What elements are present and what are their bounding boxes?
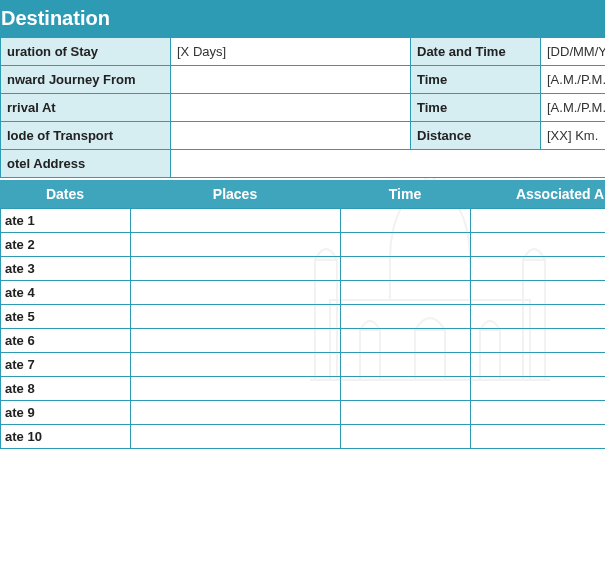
duration-label: uration of Stay xyxy=(1,38,171,66)
schedule-row: ate 6 xyxy=(1,329,606,353)
onward-label: nward Journey From xyxy=(1,66,171,94)
arrival-value xyxy=(171,94,411,122)
schedule-activity-cell xyxy=(471,257,606,281)
schedule-activity-cell xyxy=(471,377,606,401)
schedule-places-cell xyxy=(131,305,341,329)
info-row: nward Journey From Time [A.M./P.M.] xyxy=(1,66,606,94)
schedule-time-cell xyxy=(341,425,471,449)
schedule-row: ate 8 xyxy=(1,377,606,401)
schedule-header-places: Places xyxy=(130,180,340,208)
distance-label: Distance xyxy=(411,122,541,150)
distance-value: [XX] Km. xyxy=(541,122,606,150)
schedule-places-cell xyxy=(131,425,341,449)
onward-value xyxy=(171,66,411,94)
schedule-date-cell: ate 3 xyxy=(1,257,131,281)
schedule-activity-cell xyxy=(471,329,606,353)
schedule-places-cell xyxy=(131,353,341,377)
schedule-time-cell xyxy=(341,329,471,353)
schedule-date-cell: ate 4 xyxy=(1,281,131,305)
schedule-places-cell xyxy=(131,257,341,281)
arrival-label: rrival At xyxy=(1,94,171,122)
transport-value xyxy=(171,122,411,150)
schedule-header-activities: Associated A xyxy=(470,180,605,208)
schedule-date-cell: ate 2 xyxy=(1,233,131,257)
schedule-time-cell xyxy=(341,401,471,425)
schedule-places-cell xyxy=(131,281,341,305)
onward-time-value: [A.M./P.M.] xyxy=(541,66,606,94)
schedule-time-cell xyxy=(341,353,471,377)
schedule-row: ate 2 xyxy=(1,233,606,257)
info-row: uration of Stay [X Days] Date and Time [… xyxy=(1,38,606,66)
schedule-header-time: Time xyxy=(340,180,470,208)
schedule-date-cell: ate 7 xyxy=(1,353,131,377)
schedule-places-cell xyxy=(131,329,341,353)
schedule-time-cell xyxy=(341,305,471,329)
schedule-time-cell xyxy=(341,281,471,305)
schedule-places-cell xyxy=(131,209,341,233)
schedule-row: ate 10 xyxy=(1,425,606,449)
schedule-time-cell xyxy=(341,233,471,257)
schedule-time-cell xyxy=(341,377,471,401)
schedule-time-cell xyxy=(341,209,471,233)
schedule-row: ate 7 xyxy=(1,353,606,377)
schedule-places-cell xyxy=(131,401,341,425)
info-row: otel Address xyxy=(1,150,606,178)
schedule-date-cell: ate 1 xyxy=(1,209,131,233)
schedule-date-cell: ate 10 xyxy=(1,425,131,449)
destination-info-table: uration of Stay [X Days] Date and Time [… xyxy=(0,37,605,178)
schedule-header-row: Dates Places Time Associated A xyxy=(0,180,605,208)
schedule-date-cell: ate 6 xyxy=(1,329,131,353)
hotel-label: otel Address xyxy=(1,150,171,178)
schedule-time-cell xyxy=(341,257,471,281)
info-row: lode of Transport Distance [XX] Km. xyxy=(1,122,606,150)
schedule-activity-cell xyxy=(471,233,606,257)
schedule-activity-cell xyxy=(471,305,606,329)
duration-value: [X Days] xyxy=(171,38,411,66)
schedule-activity-cell xyxy=(471,401,606,425)
schedule-row: ate 4 xyxy=(1,281,606,305)
schedule-header-dates: Dates xyxy=(0,180,130,208)
schedule-activity-cell xyxy=(471,281,606,305)
section-title: Destination xyxy=(1,7,110,29)
schedule-date-cell: ate 8 xyxy=(1,377,131,401)
schedule-row: ate 3 xyxy=(1,257,606,281)
schedule-activity-cell xyxy=(471,353,606,377)
schedule-date-cell: ate 5 xyxy=(1,305,131,329)
onward-time-label: Time xyxy=(411,66,541,94)
datetime-label: Date and Time xyxy=(411,38,541,66)
schedule-activity-cell xyxy=(471,209,606,233)
transport-label: lode of Transport xyxy=(1,122,171,150)
datetime-value: [DD/MM/YYY xyxy=(541,38,606,66)
schedule-row: ate 5 xyxy=(1,305,606,329)
schedule-table: ate 1ate 2ate 3ate 4ate 5ate 6ate 7ate 8… xyxy=(0,208,605,449)
arrival-time-value: [A.M./P.M.] xyxy=(541,94,606,122)
schedule-row: ate 1 xyxy=(1,209,606,233)
schedule-places-cell xyxy=(131,233,341,257)
hotel-value xyxy=(171,150,606,178)
schedule-activity-cell xyxy=(471,425,606,449)
schedule-date-cell: ate 9 xyxy=(1,401,131,425)
destination-section-header: Destination xyxy=(0,0,605,37)
schedule-row: ate 9 xyxy=(1,401,606,425)
schedule-places-cell xyxy=(131,377,341,401)
info-row: rrival At Time [A.M./P.M.] xyxy=(1,94,606,122)
arrival-time-label: Time xyxy=(411,94,541,122)
